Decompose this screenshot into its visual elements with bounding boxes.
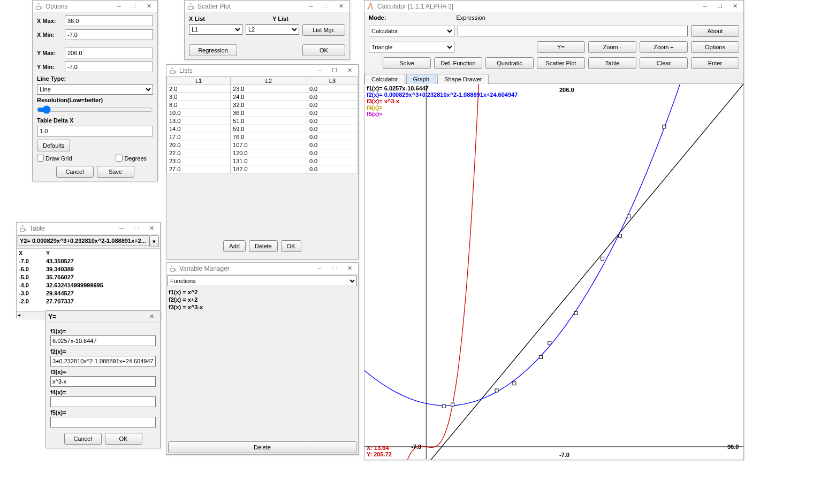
cancel-button[interactable]: Cancel (64, 433, 102, 445)
scatter-window: Scatter Plot ─ ☐ ✕ X List Y List L1 L2 L… (184, 0, 350, 60)
graph-area[interactable]: -7.036.0206.0-7.0 f1(x)= 6.0257x-10.6447… (364, 84, 743, 460)
scatter-plot-button[interactable]: Scatter Plot (537, 57, 585, 69)
close-button[interactable]: ✕ (145, 312, 158, 321)
svg-rect-14 (618, 234, 621, 238)
options-button[interactable]: Options (691, 41, 739, 53)
y--button[interactable]: Y= (537, 41, 585, 53)
mode-select[interactable]: Calculator (369, 26, 454, 36)
svg-rect-9 (513, 382, 516, 385)
svg-rect-10 (539, 355, 542, 358)
varmgr-category-select[interactable]: Functions (168, 276, 357, 286)
tab-calculator[interactable]: Calculator (364, 74, 405, 84)
quadratic-button[interactable]: Quadratic (485, 57, 534, 69)
maximize-button[interactable]: ☐ (713, 2, 726, 11)
delete-button[interactable]: Delete (249, 240, 278, 252)
svg-rect-16 (663, 125, 666, 128)
close-button[interactable]: ✕ (343, 66, 356, 75)
close-button[interactable]: ✕ (343, 264, 356, 273)
maximize-button[interactable]: ☐ (328, 264, 341, 273)
function-label: f5(x)= (367, 111, 518, 117)
close-button[interactable]: ✕ (145, 224, 158, 233)
cursor-y: Y: 205.72 (367, 451, 392, 457)
mode-label: Mode: (369, 14, 386, 21)
zoom--button[interactable]: Zoom - (588, 41, 636, 53)
ylist-select[interactable]: L2 (246, 24, 299, 35)
close-button[interactable]: ✕ (728, 2, 741, 11)
f3-input[interactable] (50, 376, 156, 387)
f4-input[interactable] (50, 396, 156, 407)
delete-button[interactable]: Delete (168, 441, 356, 453)
maximize-button[interactable]: ☐ (127, 2, 140, 11)
minimize-button[interactable]: ─ (305, 2, 317, 11)
java-icon (187, 2, 195, 11)
svg-text:-7.0: -7.0 (411, 444, 421, 450)
yequals-window: Y= ✕ f1(x)=f2(x)=f3(x)=f4(x)=f5(x)=Cance… (45, 310, 161, 448)
listmgr-button[interactable]: List Mgr. (302, 24, 345, 36)
ok-button[interactable]: OK (281, 240, 301, 252)
drawgrid-checkbox[interactable]: Draw Grid (37, 155, 72, 162)
java-icon (169, 66, 177, 75)
minimize-button[interactable]: ─ (313, 264, 326, 273)
function-label: f4(x)= (367, 104, 518, 111)
svg-rect-12 (574, 311, 578, 315)
varmgr-item[interactable]: f1(x) = x^2 (169, 288, 356, 296)
java-icon (35, 2, 43, 11)
table-button[interactable]: Table (588, 57, 636, 69)
varmgr-item[interactable]: f3(x) = x^3-x (169, 303, 356, 311)
options-title: Options (45, 3, 110, 10)
maximize-button[interactable]: ☐ (130, 224, 143, 233)
lists-table[interactable]: L1L2L32.023.00.03.024.00.08.032.00.010.0… (166, 77, 358, 173)
calculator-titlebar: Calculator [1.1.1 ALPHA 3] ─ ☐ ✕ (364, 1, 743, 12)
defaults-button[interactable]: Defaults (37, 140, 70, 151)
tab-graph[interactable]: Graph (406, 74, 437, 84)
submode-select[interactable]: Triangle (369, 42, 454, 52)
enter-button[interactable]: Enter (691, 57, 739, 69)
formula-dropdown[interactable]: ▾ (149, 235, 159, 247)
solve-button[interactable]: Solve (383, 57, 431, 69)
ok-button[interactable]: OK (105, 433, 142, 445)
clear-button[interactable]: Clear (640, 57, 688, 69)
cancel-button[interactable]: Cancel (56, 166, 94, 178)
svg-text:-7.0: -7.0 (559, 452, 569, 458)
calculator-window: Calculator [1.1.1 ALPHA 3] ─ ☐ ✕ Mode: E… (364, 0, 744, 460)
resolution-slider[interactable] (37, 105, 153, 114)
about-button[interactable]: About (691, 25, 739, 37)
ok-button[interactable]: OK (302, 44, 345, 56)
maximize-button[interactable]: ☐ (328, 66, 341, 75)
tab-shape-drawer[interactable]: Shape Drawer (437, 74, 489, 84)
minimize-button[interactable]: ─ (698, 2, 711, 11)
degrees-checkbox[interactable]: Degrees (116, 155, 147, 162)
expression-input[interactable] (458, 26, 688, 36)
ymax-input[interactable] (65, 48, 153, 58)
scroll-left-icon[interactable]: ◂ (18, 312, 20, 318)
regression-button[interactable]: Regression (189, 44, 237, 56)
xmin-input[interactable] (65, 29, 153, 40)
varmgr-title: Variable Manager (179, 265, 311, 272)
close-button[interactable]: ✕ (142, 2, 155, 11)
f2-label: f2(x)= (50, 348, 156, 355)
f2-input[interactable] (50, 356, 156, 366)
minimize-button[interactable]: ─ (112, 2, 125, 11)
f1-input[interactable] (50, 335, 156, 346)
cursor-x: X: 13.64 (367, 445, 392, 451)
svg-text:36.0: 36.0 (727, 444, 739, 450)
close-button[interactable]: ✕ (335, 2, 347, 11)
add-button[interactable]: Add (223, 240, 246, 252)
varmgr-item[interactable]: f2(x) = x+2 (169, 296, 356, 303)
f5-input[interactable] (50, 417, 156, 427)
linetype-select[interactable]: Line (37, 84, 153, 95)
f4-label: f4(x)= (50, 389, 156, 395)
maximize-button[interactable]: ☐ (320, 2, 332, 11)
zoom--button[interactable]: Zoom + (640, 41, 688, 53)
minimize-button[interactable]: ─ (313, 66, 326, 75)
def-function-button[interactable]: Def. Function (434, 57, 482, 69)
xlist-select[interactable]: L1 (189, 24, 242, 35)
scatter-title: Scatter Plot (197, 3, 302, 10)
save-button[interactable]: Save (97, 166, 134, 178)
svg-rect-8 (495, 389, 498, 392)
minimize-button[interactable]: ─ (115, 224, 128, 233)
xmax-input[interactable] (65, 16, 153, 26)
ymin-input[interactable] (65, 62, 153, 72)
tabledx-input[interactable] (37, 126, 153, 136)
java-icon (19, 224, 27, 233)
